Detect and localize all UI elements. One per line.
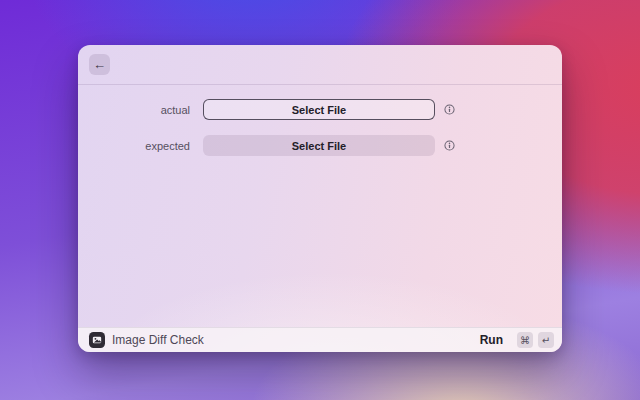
actual-select-file-button[interactable]: Select File xyxy=(203,99,435,120)
expected-label: expected xyxy=(78,140,203,152)
image-icon xyxy=(89,332,105,348)
info-icon[interactable] xyxy=(444,140,455,151)
back-button[interactable]: ← xyxy=(89,54,110,75)
info-icon[interactable] xyxy=(444,104,455,115)
raycast-window: ← actual Select File expected xyxy=(78,45,562,352)
expected-select-file-label: Select File xyxy=(292,140,346,152)
expected-select-file-button[interactable]: Select File xyxy=(203,135,435,156)
app-title: Image Diff Check xyxy=(112,333,204,347)
run-button[interactable]: Run ⌘ ↵ xyxy=(480,332,554,348)
form-area: actual Select File expected Select File xyxy=(78,85,562,156)
actual-select-file-label: Select File xyxy=(292,104,346,116)
actual-label: actual xyxy=(78,104,203,116)
return-key-icon: ↵ xyxy=(538,332,554,348)
form-row-expected: expected Select File xyxy=(78,135,562,156)
form-row-actual: actual Select File xyxy=(78,99,562,120)
command-key-icon: ⌘ xyxy=(517,332,533,348)
desktop-wallpaper: ← actual Select File expected xyxy=(0,0,640,400)
run-label: Run xyxy=(480,333,503,347)
window-header: ← xyxy=(78,45,562,85)
back-arrow-icon: ← xyxy=(93,58,106,71)
window-footer: Image Diff Check Run ⌘ ↵ xyxy=(78,327,562,352)
